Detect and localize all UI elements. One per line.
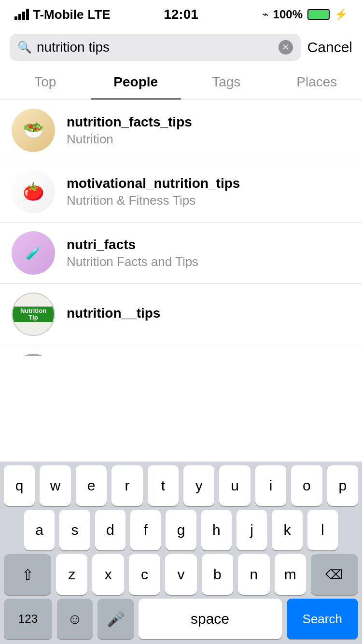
key-y[interactable]: y: [183, 465, 214, 506]
bio: Nutrition & Fitness Tips: [67, 193, 350, 208]
key-m[interactable]: m: [275, 554, 306, 595]
key-h[interactable]: h: [201, 510, 232, 550]
key-t[interactable]: t: [148, 465, 179, 506]
key-n[interactable]: n: [238, 554, 269, 595]
key-d[interactable]: d: [95, 510, 125, 550]
key-x[interactable]: x: [92, 554, 124, 595]
keyboard: q w e r t y u i o p a s d f g h j k l ⇧ …: [0, 462, 362, 644]
key-p[interactable]: p: [327, 465, 358, 506]
keyboard-row-1: q w e r t y u i o p: [0, 462, 362, 506]
key-q[interactable]: q: [4, 465, 35, 506]
clear-button[interactable]: ✕: [278, 40, 293, 55]
battery-percent: 100%: [273, 8, 303, 21]
emoji-key[interactable]: ☺: [57, 599, 93, 639]
avatar: NutritionTip: [12, 293, 55, 336]
key-i[interactable]: i: [255, 465, 286, 506]
key-a[interactable]: a: [24, 510, 55, 550]
charge-icon: ⚡: [334, 8, 348, 21]
bio: Nutrition: [67, 132, 350, 147]
key-z[interactable]: z: [56, 554, 87, 595]
key-e[interactable]: e: [76, 465, 107, 506]
tab-people[interactable]: People: [91, 66, 181, 99]
key-s[interactable]: s: [59, 510, 90, 550]
search-button[interactable]: Search: [287, 599, 359, 639]
cancel-button[interactable]: Cancel: [307, 39, 352, 56]
username: nutrition__tips: [67, 306, 350, 321]
key-b[interactable]: b: [202, 554, 233, 595]
result-info: nutrition__tips: [67, 306, 350, 323]
key-k[interactable]: k: [272, 510, 302, 550]
backspace-key[interactable]: ⌫: [311, 554, 358, 595]
username: nutrition_facts_tips: [67, 114, 350, 130]
shift-key[interactable]: ⇧: [4, 554, 51, 595]
tab-places[interactable]: Places: [272, 66, 362, 99]
key-w[interactable]: w: [40, 465, 70, 506]
keyboard-row-2: a s d f g h j k l: [0, 506, 362, 550]
mic-key[interactable]: 🎤: [97, 599, 133, 639]
numbers-key[interactable]: 123: [4, 599, 52, 639]
battery-icon: [307, 9, 330, 20]
result-info: nutri_facts Nutrition Facts and Tips: [67, 237, 350, 269]
carrier-info: T-Mobile LTE: [14, 7, 111, 22]
tab-tags[interactable]: Tags: [181, 66, 272, 99]
result-info: nutrition_facts_tips Nutrition: [67, 114, 350, 147]
username: motivational_nutrition_tips: [67, 176, 350, 191]
username: nutri_facts: [67, 237, 350, 252]
list-item[interactable]: 👩 hlmfit Fitness & Nutrition Tips: [0, 345, 362, 356]
status-right: ⌁ 100% ⚡: [262, 8, 348, 21]
avatar: 👩: [12, 354, 55, 356]
list-item[interactable]: 🥗 nutrition_facts_tips Nutrition: [0, 100, 362, 161]
space-key[interactable]: space: [139, 599, 282, 639]
results-list: 🥗 nutrition_facts_tips Nutrition 🍅 motiv…: [0, 100, 362, 356]
status-bar: T-Mobile LTE 12:01 ⌁ 100% ⚡: [0, 0, 362, 29]
search-icon: 🔍: [17, 41, 32, 54]
tab-top[interactable]: Top: [0, 66, 91, 99]
search-input-wrap[interactable]: 🔍 nutrition tips ✕: [10, 34, 301, 61]
carrier-name: T-Mobile: [33, 7, 84, 22]
key-o[interactable]: o: [291, 465, 322, 506]
bluetooth-icon: ⌁: [262, 8, 268, 21]
avatar-image: 🍅: [23, 182, 44, 202]
search-input[interactable]: nutrition tips: [37, 40, 274, 55]
signal-icon: [14, 9, 29, 20]
keyboard-row-4: 123 ☺ 🎤 space Search: [0, 595, 362, 639]
key-l[interactable]: l: [307, 510, 338, 550]
key-c[interactable]: c: [129, 554, 160, 595]
list-item[interactable]: 🧪 nutri_facts Nutrition Facts and Tips: [0, 223, 362, 284]
avatar-image: 🥗: [23, 120, 44, 140]
list-item[interactable]: NutritionTip nutrition__tips: [0, 284, 362, 345]
avatar: 🥗: [12, 109, 55, 152]
key-u[interactable]: u: [219, 465, 250, 506]
status-time: 12:01: [164, 7, 198, 22]
keyboard-row-3: ⇧ z x c v b n m ⌫: [0, 550, 362, 595]
avatar: 🍅: [12, 170, 55, 213]
network-type: LTE: [87, 7, 110, 22]
key-f[interactable]: f: [130, 510, 161, 550]
avatar: 🧪: [12, 231, 55, 275]
key-v[interactable]: v: [165, 554, 196, 595]
result-info: motivational_nutrition_tips Nutrition & …: [67, 176, 350, 208]
list-item[interactable]: 🍅 motivational_nutrition_tips Nutrition …: [0, 161, 362, 223]
tabs-bar: Top People Tags Places: [0, 66, 362, 100]
search-bar: 🔍 nutrition tips ✕ Cancel: [0, 29, 362, 66]
key-r[interactable]: r: [111, 465, 142, 506]
bio: Nutrition Facts and Tips: [67, 254, 350, 269]
avatar-image: 🧪: [26, 246, 41, 261]
key-g[interactable]: g: [166, 510, 196, 550]
key-j[interactable]: j: [237, 510, 267, 550]
